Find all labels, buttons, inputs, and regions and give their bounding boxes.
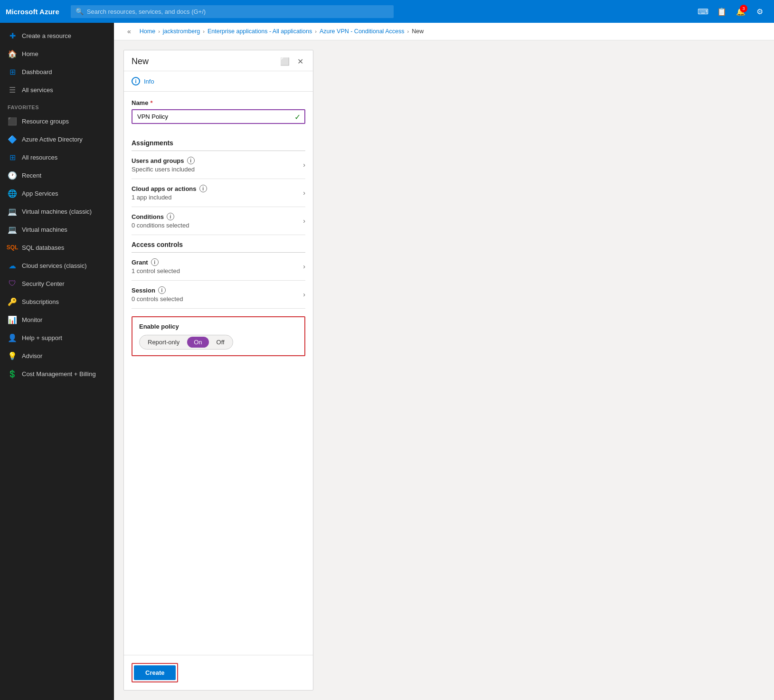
cloud-apps-info-icon: i	[199, 185, 207, 192]
sidebar-item-create-resource[interactable]: ✚ Create a resource	[0, 27, 114, 45]
grant-info-icon: i	[151, 258, 159, 266]
breadcrumb-azure-vpn[interactable]: Azure VPN - Conditional Access	[320, 28, 405, 35]
monitor-icon: 📊	[8, 315, 17, 324]
directory-button[interactable]: 📋	[713, 3, 730, 20]
sidebar-item-dashboard[interactable]: ⊞ Dashboard	[0, 63, 114, 81]
dashboard-icon: ⊞	[8, 67, 17, 76]
sql-icon: SQL	[8, 243, 17, 252]
conditions-value: 0 conditions selected	[132, 222, 303, 229]
sidebar-item-cloud-services[interactable]: ☁ Cloud services (classic)	[0, 256, 114, 274]
key-icon: 🔑	[8, 297, 17, 306]
users-groups-left: Users and groups i Specific users includ…	[132, 157, 303, 173]
nav-icons: ⌨ 📋 🔔 3 ⚙	[694, 3, 768, 20]
access-controls-heading: Access controls	[132, 235, 305, 253]
sidebar-item-advisor[interactable]: 💡 Advisor	[0, 347, 114, 365]
create-button[interactable]: Create	[134, 665, 176, 680]
check-icon: ✓	[294, 112, 301, 121]
create-button-wrapper: Create	[132, 663, 178, 682]
conditions-row[interactable]: Conditions i 0 conditions selected ›	[132, 207, 305, 235]
main-layout: ✚ Create a resource 🏠 Home ⊞ Dashboard ☰…	[0, 23, 774, 700]
grant-value: 1 control selected	[132, 267, 303, 274]
info-circle-icon: i	[132, 77, 140, 85]
panel-footer: Create	[124, 655, 313, 690]
page-content: New ⬜ ✕ i Info	[114, 40, 774, 700]
sidebar-item-vm[interactable]: 💻 Virtual machines	[0, 220, 114, 238]
breadcrumb-sep-2: ›	[203, 28, 205, 34]
name-input-wrap: ✓	[132, 109, 305, 124]
cloud-shell-icon: ⌨	[698, 7, 708, 16]
breadcrumb-enterprise-apps[interactable]: Enterprise applications - All applicatio…	[208, 28, 312, 35]
create-resource-label: Create a resource	[22, 32, 71, 39]
shield-icon: 🛡	[8, 279, 17, 288]
cloud-apps-title: Cloud apps or actions i	[132, 185, 303, 192]
sidebar-item-resource-groups[interactable]: ⬛ Resource groups	[0, 112, 114, 130]
close-panel-button[interactable]: ✕	[295, 56, 305, 67]
sidebar-item-azure-active-directory[interactable]: 🔷 Azure Active Directory	[0, 130, 114, 148]
sidebar-item-home[interactable]: 🏠 Home	[0, 45, 114, 63]
clock-icon: 🕐	[8, 170, 17, 180]
assignments-heading: Assignments	[132, 133, 305, 151]
sidebar-item-label: Subscriptions	[22, 298, 59, 305]
sidebar-item-label: Virtual machines	[22, 226, 67, 233]
toggle-on[interactable]: On	[187, 337, 208, 348]
session-row[interactable]: Session i 0 controls selected ›	[132, 281, 305, 309]
toggle-report-only[interactable]: Report-only	[141, 337, 186, 348]
breadcrumb-home[interactable]: Home	[140, 28, 155, 35]
sidebar-item-label: Monitor	[22, 316, 42, 323]
sidebar-item-sql[interactable]: SQL SQL databases	[0, 238, 114, 256]
home-icon: 🏠	[8, 49, 17, 58]
info-section: i Info	[124, 71, 313, 92]
sidebar-item-help[interactable]: 👤 Help + support	[0, 329, 114, 347]
close-icon: ✕	[297, 57, 303, 66]
settings-button[interactable]: ⚙	[751, 3, 768, 20]
chevron-right-icon: ›	[303, 217, 305, 225]
advisor-icon: 💡	[8, 351, 17, 360]
vm-icon: 💻	[8, 225, 17, 234]
azure-ad-icon: 🔷	[8, 134, 17, 144]
resource-groups-icon: ⬛	[8, 116, 17, 126]
search-input[interactable]	[71, 5, 394, 18]
chevron-right-icon: ›	[303, 291, 305, 298]
sidebar-item-all-resources[interactable]: ⊞ All resources	[0, 148, 114, 166]
app-services-icon: 🌐	[8, 189, 17, 198]
breadcrumb-jackstromberg[interactable]: jackstromberg	[163, 28, 200, 35]
grant-row[interactable]: Grant i 1 control selected ›	[132, 253, 305, 281]
name-input[interactable]	[132, 109, 305, 124]
sidebar-item-all-services[interactable]: ☰ All services	[0, 81, 114, 99]
sidebar-item-monitor[interactable]: 📊 Monitor	[0, 311, 114, 329]
billing-icon: 💲	[8, 369, 17, 378]
sidebar-item-cost-management[interactable]: 💲 Cost Management + Billing	[0, 365, 114, 383]
maximize-button[interactable]: ⬜	[278, 56, 292, 67]
sidebar-item-label: Cloud services (classic)	[22, 262, 87, 269]
sidebar-item-recent[interactable]: 🕐 Recent	[0, 166, 114, 184]
sidebar-item-subscriptions[interactable]: 🔑 Subscriptions	[0, 293, 114, 311]
conditions-title: Conditions i	[132, 213, 303, 220]
sidebar-item-app-services[interactable]: 🌐 App Services	[0, 184, 114, 202]
panel-header-icons: ⬜ ✕	[278, 56, 305, 67]
sidebar-item-security-center[interactable]: 🛡 Security Center	[0, 274, 114, 293]
toggle-off[interactable]: Off	[210, 337, 231, 348]
grant-title: Grant i	[132, 258, 303, 266]
cloud-apps-left: Cloud apps or actions i 1 app included	[132, 185, 303, 201]
session-left: Session i 0 controls selected	[132, 286, 303, 303]
users-groups-row[interactable]: Users and groups i Specific users includ…	[132, 151, 305, 179]
cloud-shell-button[interactable]: ⌨	[694, 3, 711, 20]
cloud-apps-row[interactable]: Cloud apps or actions i 1 app included ›	[132, 179, 305, 207]
chevron-right-icon: ›	[303, 161, 305, 169]
sidebar-item-vm-classic[interactable]: 💻 Virtual machines (classic)	[0, 202, 114, 220]
plus-icon: ✚	[8, 31, 17, 40]
list-icon: ☰	[8, 85, 17, 95]
sidebar-item-label: Resource groups	[22, 118, 69, 125]
sidebar-item-label: All resources	[22, 154, 57, 161]
gear-icon: ⚙	[756, 7, 763, 16]
name-label: Name *	[132, 99, 305, 106]
vm-classic-icon: 💻	[8, 207, 17, 216]
directory-icon: 📋	[717, 7, 727, 16]
dashboard-label: Dashboard	[22, 68, 52, 76]
sidebar-item-label: App Services	[22, 190, 58, 197]
search-wrapper: 🔍	[71, 5, 394, 18]
notifications-button[interactable]: 🔔 3	[732, 3, 749, 20]
enable-policy-label: Enable policy	[139, 323, 298, 330]
new-policy-panel: New ⬜ ✕ i Info	[123, 50, 313, 691]
collapse-sidebar-button[interactable]: «	[123, 28, 135, 35]
